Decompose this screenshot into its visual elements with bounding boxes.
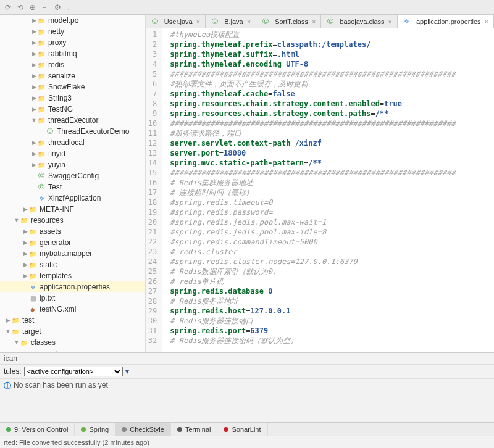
code-line[interactable]: spring.thymeleaf.cache=false xyxy=(170,89,494,99)
chevron-right-icon[interactable]: ▶ xyxy=(31,162,37,168)
code-line[interactable]: ########################################… xyxy=(170,168,494,178)
code-editor[interactable]: 1234567891011121314151617181920212223242… xyxy=(146,28,494,352)
dropdown-arrow-icon[interactable]: ▾ xyxy=(125,367,129,376)
collapse-icon[interactable]: − xyxy=(42,3,51,12)
chevron-right-icon[interactable]: ▶ xyxy=(22,262,28,268)
code-line[interactable]: ########################################… xyxy=(170,118,494,128)
code-line[interactable]: spring.resources.chain.strategy.content.… xyxy=(170,99,494,109)
tree-item[interactable]: ❖XinzfApplication xyxy=(0,193,145,204)
code-line[interactable]: spring.redis.database=0 xyxy=(170,286,494,296)
chevron-right-icon[interactable]: ▶ xyxy=(31,17,37,23)
tool-tab[interactable]: CheckStyle xyxy=(115,423,171,436)
code-line[interactable]: spring.redis.port=6379 xyxy=(170,326,494,336)
tree-item[interactable]: ▶📁redis xyxy=(0,59,145,70)
chevron-right-icon[interactable]: ▶ xyxy=(31,73,37,79)
close-icon[interactable]: × xyxy=(312,18,316,25)
tree-item[interactable]: ▶📁SnowFlake xyxy=(0,81,145,93)
tree-item[interactable]: ▼📁classes xyxy=(0,337,145,348)
rules-select[interactable]: <active configuration> xyxy=(24,367,123,376)
code-line[interactable]: spring.thymeleaf.suffix=.html xyxy=(170,49,494,59)
chevron-right-icon[interactable]: ▶ xyxy=(5,317,11,323)
code-line[interactable]: # Redis服务器连接密码（默认为空） xyxy=(170,336,494,346)
expand-icon[interactable]: ⊕ xyxy=(30,3,38,12)
code-line[interactable]: # redis单片机 xyxy=(170,276,494,286)
chevron-right-icon[interactable]: ▶ xyxy=(31,84,37,90)
tree-item[interactable]: ▶📁TestNG xyxy=(0,104,145,115)
tree-item[interactable]: ⒸSwaggerConfig xyxy=(0,170,145,181)
tree-item[interactable]: ▼📁resources xyxy=(0,215,145,226)
editor-tab[interactable]: Ⓒbasejava.class× xyxy=(321,15,398,28)
chevron-down-icon[interactable]: ▼ xyxy=(5,328,11,334)
code-line[interactable]: spring.thymeleaf.encoding=UTF-8 xyxy=(170,59,494,69)
tree-item[interactable]: ▶📁rabbitmq xyxy=(0,48,145,59)
tree-item[interactable]: ▶📁proxy xyxy=(0,37,145,48)
editor-tab[interactable]: ⒸUser.java× xyxy=(146,15,206,28)
chevron-right-icon[interactable]: ▶ xyxy=(22,273,28,279)
chevron-down-icon[interactable]: ▼ xyxy=(14,217,20,223)
tree-item[interactable]: ▶📁yuyin xyxy=(0,159,145,170)
tool-tab[interactable]: Terminal xyxy=(171,423,218,436)
chevron-right-icon[interactable]: ▶ xyxy=(31,39,37,46)
tool-tab[interactable]: Spring xyxy=(75,423,115,436)
tree-item[interactable]: ▶📁static xyxy=(0,259,145,270)
tree-item[interactable]: ▶📁model.po xyxy=(0,15,145,26)
code-line[interactable]: # 连接超时时间（毫秒） xyxy=(170,188,494,197)
code-line[interactable]: server.servlet.context-path=/xinzf xyxy=(170,138,494,148)
code-line[interactable]: # Redis数据库索引（默认为0） xyxy=(170,267,494,276)
code-line[interactable]: # Redis服务器连接端口 xyxy=(170,316,494,326)
close-icon[interactable]: × xyxy=(196,18,200,25)
chevron-right-icon[interactable]: ▶ xyxy=(22,228,28,234)
tree-item[interactable]: ▶📁threadlocal xyxy=(0,137,145,148)
tree-item[interactable]: ▶📁netty xyxy=(0,26,145,37)
close-icon[interactable]: × xyxy=(388,18,392,25)
code-line[interactable]: spring.mvc.static-path-pattern=/** xyxy=(170,158,494,168)
chevron-down-icon[interactable]: ▼ xyxy=(14,339,20,346)
close-icon[interactable]: × xyxy=(247,18,251,25)
code-line[interactable]: #spring.redis.password= xyxy=(170,207,494,217)
code-line[interactable]: # Redis服务器地址 xyxy=(170,296,494,306)
tool-tab[interactable]: 9: Version Control xyxy=(0,423,75,436)
code-line[interactable]: #spring.redis.jedis.pool.max-wait=1 xyxy=(170,217,494,227)
code-line[interactable]: spring.resources.chain.strategy.content.… xyxy=(170,109,494,118)
tree-item[interactable]: ❖application.properties xyxy=(0,281,145,292)
chevron-right-icon[interactable]: ▶ xyxy=(31,95,37,101)
code-line[interactable]: #spring.redis.timeout=0 xyxy=(170,197,494,207)
code-line[interactable]: #spring.redis.jedis.pool.max-idle=8 xyxy=(170,227,494,237)
editor-tab[interactable]: ⒸB.java× xyxy=(206,15,256,28)
editor-tab[interactable]: ❖application.properties× xyxy=(398,15,494,28)
tree-item[interactable]: ▶📁assets xyxy=(0,226,145,237)
chevron-down-icon[interactable]: ▼ xyxy=(31,117,37,123)
tree-item[interactable]: ◆testNG.xml xyxy=(0,304,145,315)
chevron-right-icon[interactable]: ▶ xyxy=(22,239,28,246)
code-line[interactable]: #服务请求路径，端口 xyxy=(170,128,494,138)
tree-item[interactable]: ⒸThreadExecutorDemo xyxy=(0,126,145,137)
code-lines[interactable]: #thymeLea模板配置spring.thymeleaf.prefix=cla… xyxy=(162,28,494,352)
chevron-right-icon[interactable]: ▶ xyxy=(31,139,37,146)
code-line[interactable]: #spring.redis.commandTimeout=5000 xyxy=(170,237,494,247)
tree-item[interactable]: ⒸTest xyxy=(0,181,145,193)
tree-item[interactable]: ▶📁mybatis.mapper xyxy=(0,248,145,259)
code-line[interactable]: #热部署文件，页面不产生缓存，及时更新 xyxy=(170,79,494,89)
code-line[interactable]: #thymeLea模板配置 xyxy=(170,30,494,39)
help-icon[interactable]: ↓ xyxy=(67,3,75,12)
tree-item[interactable]: ▶📁serialize xyxy=(0,70,145,81)
chevron-right-icon[interactable]: ▶ xyxy=(31,28,37,35)
chevron-right-icon[interactable]: ▶ xyxy=(31,51,37,57)
tree-item[interactable]: ▼📁target xyxy=(0,326,145,337)
chevron-right-icon[interactable]: ▶ xyxy=(31,106,37,112)
code-line[interactable]: # Redis集群服务器地址 xyxy=(170,178,494,188)
code-line[interactable]: # redis.cluster xyxy=(170,247,494,257)
code-line[interactable]: spring.thymeleaf.prefix=classpath:/templ… xyxy=(170,39,494,49)
tree-item[interactable]: ▶📁test xyxy=(0,315,145,326)
project-tree[interactable]: ▶📁model.po▶📁netty▶📁proxy▶📁rabbitmq▶📁redi… xyxy=(0,15,146,352)
tree-item[interactable]: ▼📁threadExecutor xyxy=(0,115,145,126)
tree-item[interactable]: ▶📁templates xyxy=(0,270,145,281)
sync-icon[interactable]: ⟳ xyxy=(5,3,14,12)
gear-icon[interactable]: ⚙ xyxy=(54,3,63,12)
tree-item[interactable]: ▶📁assets xyxy=(0,348,145,352)
chevron-right-icon[interactable]: ▶ xyxy=(22,251,28,257)
editor-tab[interactable]: ⒸSortT.class× xyxy=(256,15,321,28)
code-line[interactable]: spring.redis.host=127.0.0.1 xyxy=(170,306,494,316)
tree-item[interactable]: ▤ip.txt xyxy=(0,292,145,304)
tree-item[interactable]: ▶📁META-INF xyxy=(0,204,145,215)
